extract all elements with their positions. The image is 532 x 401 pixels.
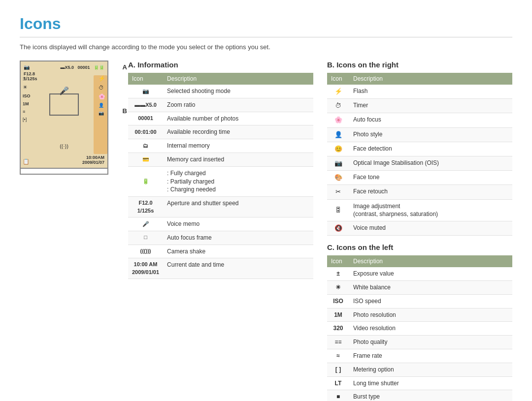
icon-cell: 00001 [128,112,163,125]
table-row: 320 Video resolution [327,322,512,336]
table-row: 🔇 Voice muted [327,221,512,236]
icon-cell: F12.0 1/125s [128,197,163,217]
table-row: ▬▬X5.0 Zoom ratio [128,98,313,112]
table-row: 💳 Memory card inserted [128,153,313,166]
icon-cell: 📷 [327,156,349,170]
table-row: 00:01:00 Available recording time [128,125,313,139]
icon-cell: 10:00 AM 2009/01/01 [128,258,163,279]
section-c-col-desc: Description [349,255,512,267]
table-row: 1M Photo resolution [327,308,512,322]
icon-cell: ((())) [128,245,163,258]
table-row: 😊 Face detection [327,142,512,156]
camera-screen: 📷 ▬X5.0 00001 🔋🔋 F12.81/125s ± ☀ ISO 1M … [20,61,108,169]
table-row: ☀ White balance [327,281,512,295]
table-row: 📷 Optical Image Stabilisation (OIS) [327,156,512,170]
cam-left-icons: ± ☀ ISO 1M ≡ [•] [23,75,31,122]
desc-cell: Burst type [349,390,512,401]
desc-cell: White balance [349,281,512,295]
desc-cell: Frame rate [349,349,512,363]
desc-cell: Image adjustment (contrast, sharpness, s… [349,199,512,221]
section-a-col-icon: Icon [128,73,163,85]
icon-cell: ± [327,267,349,280]
icon-cell: 1M [327,308,349,322]
desc-cell: Zoom ratio [163,98,313,112]
table-row: ■ Burst type [327,390,512,401]
desc-cell: Auto focus [349,113,512,127]
section-b-title: B. Icons on the right [327,61,512,69]
desc-cell: Auto focus frame [163,231,313,245]
sections-container: A. Information Icon Description 📷 Select… [128,61,512,401]
desc-cell: Video resolution [349,322,512,336]
table-row: 👤 Photo style [327,127,512,142]
cam-focus-frame [49,93,79,116]
icon-cell: □ [128,231,163,245]
table-row: ≈ Frame rate [327,349,512,363]
table-row: 🌸 Auto focus [327,113,512,127]
icon-cell: ▬▬X5.0 [128,98,163,112]
section-c-title: C. Icons on the left [327,243,512,251]
desc-cell: Voice muted [349,221,512,236]
desc-cell: : Fully charged : Partially charged : Ch… [163,166,313,196]
icon-cell: 🗂 [128,139,163,153]
cam-top-bar: 📷 ▬X5.0 00001 🔋🔋 [24,64,104,70]
desc-cell: Photo quality [349,336,512,349]
table-row: 🎤 Voice memo [128,217,313,231]
section-b-table: Icon Description ⚡ Flash ⏱ Timer 🌸 Auto … [327,73,512,236]
table-row: 🗂 Internal memory [128,139,313,153]
table-row: □ Auto focus frame [128,231,313,245]
section-c-table: Icon Description ± Exposure value ☀ Whit… [327,255,512,401]
desc-cell: Memory card inserted [163,153,313,166]
icon-cell: 🔇 [327,221,349,236]
desc-cell: Long time shutter [349,376,512,390]
cam-right-icons: ⚡ ⏱ 🌸 👤 📷 [99,75,105,116]
icon-cell: 00:01:00 [128,125,163,139]
table-row: 10:00 AM 2009/01/01 Current date and tim… [128,258,313,279]
icon-cell: 🔋 [128,166,163,196]
section-a-table: Icon Description 📷 Selected shooting mod… [128,73,313,279]
table-row: ISO ISO speed [327,294,512,308]
desc-cell: Timer [349,99,512,113]
icon-cell: 😊 [327,142,349,156]
cam-bottom-left-icon: 📋 [23,158,30,165]
desc-cell: Internal memory [163,139,313,153]
icon-cell: 🎨 [327,171,349,185]
icon-cell: 📷 [128,85,163,98]
label-b: B [123,107,127,115]
icon-cell: 🎤 [128,217,163,231]
icon-cell: ⏱ [327,99,349,113]
table-row: 🎨 Face tone [327,171,512,185]
section-b-col-desc: Description [349,73,512,85]
cam-datetime: 10:00AM2009/01/07 [82,155,104,165]
icon-cell: ⚡ [327,85,349,99]
section-bc: B. Icons on the right Icon Description ⚡… [327,61,512,401]
section-c-col-icon: Icon [327,255,349,267]
icon-cell: ≡≡ [327,336,349,349]
cam-mic-icon: 🎤 [59,86,69,95]
icon-cell: ISO [327,294,349,308]
table-row: ≡≡ Photo quality [327,336,512,349]
icon-cell: 320 [327,322,349,336]
table-row: ⏱ Timer [327,99,512,113]
icon-cell: ☀ [327,281,349,295]
desc-cell: Face retouch [349,185,512,199]
icon-cell: 💳 [128,153,163,166]
desc-cell: Photo resolution [349,308,512,322]
table-row: ✂ Face retouch [327,185,512,199]
page-title: Icons [20,15,512,37]
camera-diagram: 📷 ▬X5.0 00001 🔋🔋 F12.81/125s ± ☀ ISO 1M … [20,61,118,401]
section-a-col-desc: Description [163,73,313,85]
cam-border-bottom [20,169,108,175]
section-a: A. Information Icon Description 📷 Select… [128,61,313,401]
table-row: 📷 Selected shooting mode [128,85,313,98]
icon-cell: 🌸 [327,113,349,127]
icon-cell: 👤 [327,127,349,142]
icon-cell: 🎛 [327,199,349,221]
icon-cell: ✂ [327,185,349,199]
table-row: ⚡ Flash [327,85,512,99]
table-row: ((())) Camera shake [128,245,313,258]
desc-cell: Face detection [349,142,512,156]
icon-cell: ■ [327,390,349,401]
table-row: ± Exposure value [327,267,512,280]
desc-cell: Selected shooting mode [163,85,313,98]
table-row: F12.0 1/125s Aperture and shutter speed [128,197,313,217]
